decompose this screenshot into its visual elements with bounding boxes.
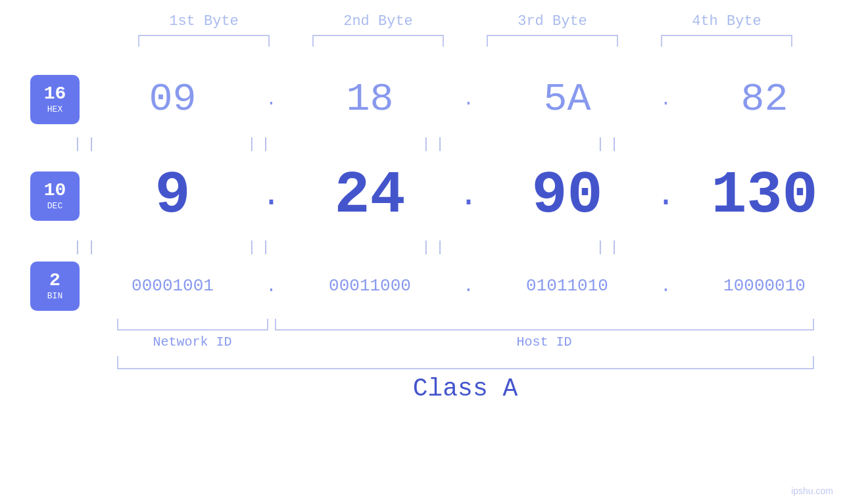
bin-badge: 2 BIN xyxy=(30,262,80,311)
eq2-3: || xyxy=(364,239,508,256)
network-bracket xyxy=(117,319,268,331)
bin-dot2: . xyxy=(459,276,479,296)
dec-cells: 9 . 24 . 90 . 130 xyxy=(92,166,845,225)
dec-dot2: . xyxy=(459,179,479,212)
hex-dot2: . xyxy=(459,89,479,110)
eq1-2: || xyxy=(189,136,334,152)
bracket-top-3 xyxy=(487,35,618,47)
hex-badge-number: 16 xyxy=(44,85,66,103)
network-id-label: Network ID xyxy=(117,334,268,350)
bin-b3: 01011010 xyxy=(495,276,640,296)
hex-cells: 09 . 18 . 5A . 82 xyxy=(92,77,845,122)
hex-b1: 09 xyxy=(101,77,245,122)
bracket-top-4 xyxy=(661,35,792,47)
dec-badge-number: 10 xyxy=(44,181,66,200)
hex-b2: 18 xyxy=(298,77,443,122)
bracket-top-1 xyxy=(138,35,270,47)
bottom-brackets-row xyxy=(117,319,814,331)
bin-b2: 00011000 xyxy=(298,276,443,296)
dec-b1: 9 xyxy=(101,166,245,225)
data-rows: 16 HEX 09 . 18 . 5A . 82 xyxy=(0,66,845,312)
byte4-label: 4th Byte xyxy=(654,13,799,30)
byte2-label: 2nd Byte xyxy=(306,13,450,30)
bin-badge-number: 2 xyxy=(49,271,60,290)
hex-dot1: . xyxy=(262,89,281,110)
hex-badge: 16 HEX xyxy=(30,75,80,124)
eq1-4: || xyxy=(538,136,683,152)
hex-b4: 82 xyxy=(692,77,837,122)
dec-b2: 24 xyxy=(298,166,443,225)
host-id-label: Host ID xyxy=(275,334,814,350)
id-labels: Network ID Host ID xyxy=(117,334,814,350)
main-container: 1st Byte 2nd Byte 3rd Byte 4th Byte 16 H… xyxy=(0,0,845,504)
bracket-top-2 xyxy=(312,35,444,47)
bin-b4: 10000010 xyxy=(692,276,837,296)
dec-dot3: . xyxy=(656,179,676,212)
equals-row-2: || || || || xyxy=(0,239,697,256)
class-label: Class A xyxy=(117,375,814,403)
eq1-3: || xyxy=(364,136,508,152)
byte1-label: 1st Byte xyxy=(132,13,276,30)
bin-cells: 00001001 . 00011000 . 01011010 . 1000001… xyxy=(92,276,845,296)
hex-b3: 5A xyxy=(495,77,640,122)
watermark: ipshu.com xyxy=(791,486,833,496)
byte-headers: 1st Byte 2nd Byte 3rd Byte 4th Byte xyxy=(117,13,814,30)
hex-row: 16 HEX 09 . 18 . 5A . 82 xyxy=(0,66,845,132)
host-bracket xyxy=(275,319,814,331)
bin-row: 2 BIN 00001001 . 00011000 . 01011010 . 1 xyxy=(0,260,845,312)
bin-badge-label: BIN xyxy=(47,291,62,301)
dec-dot1: . xyxy=(262,179,281,212)
dec-badge-label: DEC xyxy=(47,201,62,211)
dec-b3: 90 xyxy=(495,166,640,225)
dec-row: 10 DEC 9 . 24 . 90 . 130 xyxy=(0,156,845,235)
byte3-label: 3rd Byte xyxy=(480,13,625,30)
bin-b1: 00001001 xyxy=(101,276,245,296)
bottom-section: Network ID Host ID Class A xyxy=(117,319,814,403)
dec-b4: 130 xyxy=(692,166,837,225)
eq2-2: || xyxy=(189,239,334,256)
equals-row-1: || || || || xyxy=(0,136,697,152)
bin-dot3: . xyxy=(656,276,676,296)
top-brackets xyxy=(117,35,814,47)
hex-dot3: . xyxy=(656,89,676,110)
hex-badge-label: HEX xyxy=(47,104,62,114)
dec-badge: 10 DEC xyxy=(30,172,80,221)
big-bottom-bracket xyxy=(117,356,814,369)
eq2-1: || xyxy=(15,239,160,256)
eq2-4: || xyxy=(538,239,683,256)
eq1-1: || xyxy=(15,136,160,152)
bin-dot1: . xyxy=(262,276,281,296)
